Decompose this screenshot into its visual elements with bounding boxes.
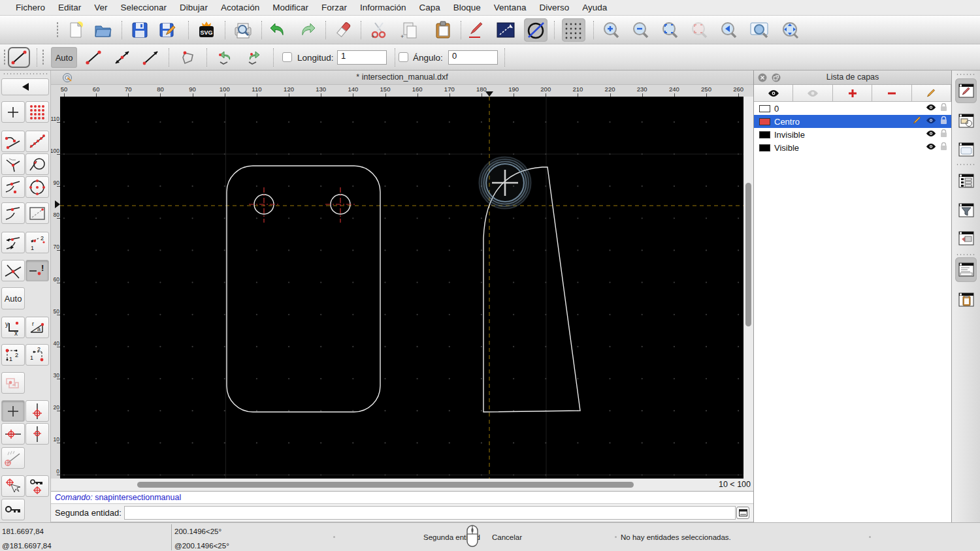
relzero-vertical-button[interactable] [25,423,49,445]
delete-button[interactable] [332,18,355,42]
snap-center-button[interactable] [25,176,49,198]
menu-bloque[interactable]: Bloque [447,0,487,16]
zoom-selected-button[interactable] [688,18,711,42]
layer-lock-icon[interactable] [940,103,947,112]
menu-modificar[interactable]: Modificar [266,0,315,16]
entity-list-toggle[interactable] [955,168,977,193]
entity-circles[interactable] [254,195,350,214]
set-relative-zero-button[interactable] [25,400,49,422]
line-two-points-button[interactable] [82,47,105,68]
menu-forzar[interactable]: Forzar [315,0,353,16]
menu-acotacion[interactable]: Acotación [214,0,266,16]
layer-list-toggle[interactable] [955,78,977,103]
toolbar-handle[interactable] [3,49,6,66]
toolbar-handle[interactable] [56,22,59,39]
zoom-pan-button[interactable] [779,18,802,42]
toolbar-handle[interactable] [956,73,975,76]
menu-fichero[interactable]: Fichero [9,0,52,16]
layer-visibility-icon[interactable] [926,143,936,150]
menu-ventana[interactable]: Ventana [487,0,533,16]
line-both-directions-button[interactable] [111,47,133,68]
add-layer-button[interactable] [833,85,872,102]
line-one-direction-button[interactable] [140,47,162,68]
command-widget-toggle[interactable] [955,257,977,282]
snap-grid-button[interactable] [25,101,49,123]
toolbar-handle[interactable] [42,49,44,66]
new-file-button[interactable] [64,18,88,42]
relative-zero-button[interactable] [1,400,25,422]
layer-lock-icon[interactable] [940,142,947,151]
menu-editar[interactable]: Editar [52,0,88,16]
cut-button[interactable]: + [367,18,391,42]
intersection-auto-button[interactable] [1,232,25,253]
document-titlebar[interactable]: * intersection_manual.dxf [51,71,753,85]
snap-free-button[interactable] [1,101,25,123]
length-checkbox[interactable] [282,52,292,62]
zoom-out-button[interactable] [629,18,653,42]
print-preview-button[interactable] [231,18,255,42]
snap-middle-button[interactable] [1,202,25,224]
coordinate-polar-button[interactable]: ra [25,317,49,338]
relzero-horizontal-button[interactable] [1,423,25,445]
snap-distance-button[interactable] [1,176,25,198]
keyboard-toggle-button[interactable] [736,507,749,519]
layer-visibility-icon[interactable] [926,130,936,137]
coordinate-cartesian-button[interactable]: yx [1,317,25,338]
layer-edit-icon[interactable] [912,116,922,125]
layer-row-invisible[interactable]: Invisible [754,128,951,141]
drawing-canvas[interactable] [60,97,743,479]
menu-informacion[interactable]: Información [353,0,413,16]
clipboard-widget-toggle[interactable] [955,287,977,312]
attributes-pencil-button[interactable] [465,18,489,42]
intersection-manual-button[interactable]: 12 [25,232,49,253]
absolute-point-button[interactable]: 12 [25,344,49,366]
snap-on-entity-button[interactable] [25,131,49,152]
layer-visibility-icon[interactable] [926,104,936,111]
horizontal-scrollbar-thumb[interactable] [137,482,634,488]
undo-segment-button[interactable] [214,47,237,68]
zoom-window-button[interactable] [748,18,772,42]
hide-all-layers-button[interactable] [793,85,832,102]
angle-checkbox[interactable] [399,52,408,62]
svg-export-button[interactable]: SVG [195,18,218,42]
layer-lock-icon[interactable] [940,116,947,125]
vertical-scrollbar-thumb[interactable] [745,183,751,326]
layer-row-centro[interactable]: Centro [754,115,951,128]
layer-visibility-icon[interactable] [926,117,936,124]
redo-segment-button[interactable] [243,47,265,68]
command-input[interactable] [124,506,736,520]
filter-toggle[interactable] [955,198,977,223]
menu-seleccionar[interactable]: Seleccionar [114,0,174,16]
redo-button[interactable] [295,18,319,42]
auto-mode-button[interactable]: Auto [51,47,77,68]
snap-angle-button[interactable] [1,447,25,469]
menu-diverso[interactable]: Diverso [532,0,576,16]
remove-layer-button[interactable] [872,85,911,102]
line-tool-button[interactable] [8,47,30,68]
grid-toggle-button[interactable] [562,18,585,42]
undo-button[interactable] [267,18,290,42]
named-views-toggle[interactable] [955,226,977,251]
relative-point-button[interactable]: 12 [1,344,25,366]
snap-perpendicular-button[interactable] [1,153,25,175]
paste-button[interactable] [431,18,455,42]
snap-endpoint-button[interactable] [1,131,25,152]
draw-circle-line-toggle[interactable] [524,18,547,42]
select-window-button[interactable] [494,18,517,42]
length-input[interactable]: 1 [337,50,387,65]
menu-capa[interactable]: Capa [413,0,447,16]
zoom-in-button[interactable] [600,18,623,42]
layer-row-visible[interactable]: Visible [754,141,951,154]
layer-panel-titlebar[interactable]: Lista de capas [754,71,951,85]
zoom-auto-button[interactable] [659,18,682,42]
back-button[interactable] [1,78,49,95]
restrict-orthogonal-button[interactable] [25,202,49,224]
lock-relative-zero-button[interactable] [25,475,49,497]
open-file-button[interactable] [91,18,115,42]
horizontal-scrollbar[interactable]: 10 < 100 [51,479,753,491]
entity-rounded-rectangle[interactable] [227,166,380,412]
vertical-scrollbar[interactable] [743,97,753,479]
copy-button[interactable]: + [397,18,421,42]
block-list-toggle[interactable] [955,108,977,133]
menu-ver[interactable]: Ver [88,0,114,16]
